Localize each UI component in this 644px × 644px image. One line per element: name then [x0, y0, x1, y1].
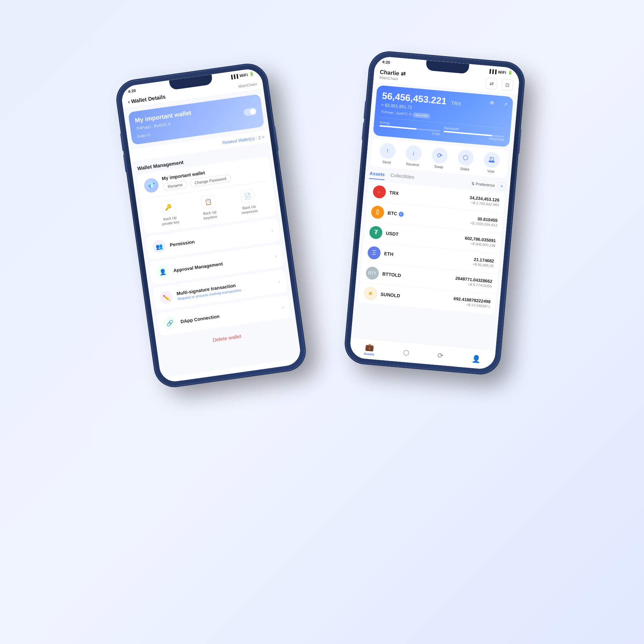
stake-icon: ⬡	[457, 149, 474, 166]
eth-icon: Ξ	[367, 246, 381, 260]
multisig-chevron: ›	[278, 278, 281, 285]
right-time: 4:20	[382, 59, 390, 64]
vote-icon: 🗳	[483, 151, 501, 169]
page-title: Wallet Details	[131, 93, 166, 104]
backup-mnemonic[interactable]: 📄 Back Upmnemonic	[238, 188, 258, 215]
receive-icon: ↓	[405, 145, 422, 162]
left-time: 4:20	[128, 88, 136, 93]
nav-assets[interactable]: 💼 Assets	[364, 342, 375, 356]
permission-title: Permission	[169, 229, 267, 248]
dapp-chevron: ›	[282, 304, 284, 311]
btc-symbol: BTC ✓	[387, 210, 404, 217]
vote-action[interactable]: 🗳 Vote	[483, 151, 501, 174]
dapp-icon: 🔗	[162, 316, 177, 330]
receive-action[interactable]: ↓ Receive	[405, 145, 422, 167]
right-status-icons: ▐▐▐ WiFi 🔋	[488, 69, 513, 75]
private-key-icon: 🔑	[161, 200, 176, 215]
keystore-icon: 📋	[200, 194, 216, 209]
receive-label: Receive	[406, 162, 419, 167]
related-wallets-text: Related Wallet(s) : 2 >	[222, 135, 265, 145]
market-nav-icon: ⬡	[402, 348, 409, 357]
user-info: Charlie ⇄ MainChain	[379, 68, 406, 82]
eth-values: 21.174682 ≈$ 85,885.35	[473, 257, 494, 268]
approval-icon: 👤	[155, 265, 170, 279]
backup-keystore[interactable]: 📋 Back Upkeystore	[200, 194, 217, 221]
non-hd-badge: Non-HD	[413, 112, 430, 118]
stake-action[interactable]: ⬡ Stake	[457, 149, 474, 172]
back-button[interactable]: ‹ Wallet Details	[127, 93, 166, 105]
backup-mnemonic-label: Back Upmnemonic	[241, 204, 258, 215]
right-phone: 4:20 ▐▐▐ WiFi 🔋 Charlie ⇄ MainChain	[345, 51, 525, 375]
wallet-toggle[interactable]	[243, 107, 257, 116]
backup-keystore-label: Back Upkeystore	[203, 210, 218, 221]
left-screen: 4:20 ▐▐▐ WiFi 🔋 ‹ Wallet Details MainCha…	[120, 68, 302, 384]
stake-label: Stake	[460, 166, 469, 171]
eye-icon[interactable]: 👁	[489, 100, 496, 107]
btc-icon: ₿	[371, 205, 385, 219]
volume-down-button[interactable]	[123, 155, 127, 172]
wallet-avatar: 💎	[143, 177, 159, 193]
backup-private-key[interactable]: 🔑 Back Upprivate key	[159, 199, 180, 226]
rename-button[interactable]: Rename	[162, 180, 187, 191]
scan-button[interactable]: ⇄	[486, 77, 498, 90]
back-chevron: ‹	[127, 98, 130, 105]
bttold-values: 2648771.04328662 ≈$ 6.77419355	[455, 275, 492, 288]
phones-container: 4:20 ▐▐▐ WiFi 🔋 ‹ Wallet Details MainCha…	[125, 36, 519, 608]
bttold-symbol: BTTOLD	[382, 271, 401, 278]
tab-assets[interactable]: Assets	[369, 170, 385, 180]
energy-item: Energy 37/60	[379, 120, 440, 136]
tabs-right: ⇅ Preference +	[471, 180, 506, 190]
dapp-connection-text: DApp Connection	[180, 305, 278, 324]
sunold-values: 692.418878222498 ≈$ 13.5483871	[453, 296, 491, 308]
expand-icon[interactable]: ↗	[503, 101, 508, 107]
qr-button[interactable]: ⊡	[501, 79, 514, 91]
eth-symbol: ETH	[384, 251, 394, 257]
right-volume-down-button[interactable]	[362, 122, 365, 140]
approval-management-title: Approval Management	[173, 254, 271, 273]
send-icon: ↑	[379, 142, 396, 160]
copy-address-icon[interactable]: ⎘	[409, 112, 411, 116]
power-button[interactable]	[273, 126, 279, 151]
send-label: Send	[382, 160, 391, 164]
tab-collectibles[interactable]: Collectibles	[390, 172, 414, 182]
copy-icon[interactable]: ⎘	[168, 122, 171, 126]
swap-label: Swap	[434, 164, 443, 169]
bandwidth-item: Bandwidth 4000/5000	[443, 126, 505, 142]
multisig-text: Multi-signature transaction Request or p…	[176, 277, 275, 301]
add-asset-button[interactable]: +	[497, 182, 506, 190]
swap-action[interactable]: ⟳ Swap	[431, 147, 448, 169]
balance-card: 👁 ↗ 56,456,453.221 TRX ≈ $3,951,951.71 T…	[373, 85, 513, 147]
right-volume-up-button[interactable]	[364, 101, 367, 119]
bttold-icon: BTT	[365, 266, 379, 280]
assets-nav-icon: 💼	[365, 342, 375, 352]
chain-label: MainChain	[238, 82, 257, 88]
right-power-button[interactable]	[517, 129, 521, 154]
multisig-icon: ✏️	[159, 290, 174, 305]
asset-list: 🔺 TRX 34,234,453.126 ≈$ 2,760,842.982 ₿	[358, 181, 505, 314]
approval-management-text: Approval Management	[173, 254, 271, 273]
sunold-icon: ☀	[364, 286, 377, 300]
profile-nav-icon: 👤	[471, 354, 481, 363]
left-screen-content: ‹ Wallet Details MainChain My important …	[121, 76, 301, 378]
left-phone: 4:20 ▐▐▐ WiFi 🔋 ‹ Wallet Details MainCha…	[115, 63, 307, 388]
approval-chevron: ›	[274, 253, 277, 259]
permission-text: Permission	[169, 229, 267, 248]
nav-market[interactable]: ⬡	[402, 348, 409, 357]
balance-currency: TRX	[451, 100, 461, 107]
swap-icon: ⟳	[431, 147, 448, 164]
usdt-symbol: USDT	[386, 230, 399, 237]
trx-values: 34,234,453.126 ≈$ 2,760,842.982	[469, 195, 499, 207]
activity-nav-icon: ⟳	[437, 351, 444, 360]
dapp-connection-title: DApp Connection	[180, 305, 278, 324]
nav-profile[interactable]: 👤	[471, 354, 481, 363]
usdt-values: 602,786.035091 ≈$ 606,000.199	[464, 235, 496, 247]
mnemonic-icon: 📄	[240, 189, 255, 204]
sunold-symbol: SUNOLD	[380, 292, 400, 299]
assets-nav-label: Assets	[364, 352, 374, 356]
permission-chevron: ›	[271, 227, 274, 234]
btc-values: 30.810455 ≈$ 1555,934.813	[470, 215, 498, 227]
nav-activity[interactable]: ⟳	[437, 351, 444, 360]
send-action[interactable]: ↑ Send	[379, 142, 396, 165]
preference-button[interactable]: ⇅ Preference	[471, 181, 495, 188]
volume-up-button[interactable]	[120, 133, 125, 151]
